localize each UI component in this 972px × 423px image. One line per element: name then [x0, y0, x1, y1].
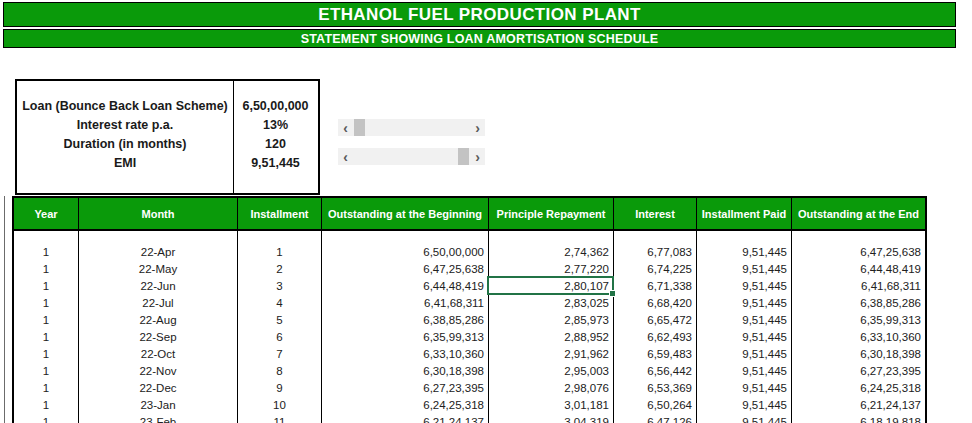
cell-installment-paid[interactable]: 9,51,445 — [697, 396, 792, 413]
cell-year[interactable]: 1 — [14, 311, 79, 328]
scroll-right-icon[interactable]: › — [470, 119, 485, 136]
cell-outstanding-end[interactable]: 6,47,25,638 — [792, 243, 925, 260]
interest-rate-scrollbar-track[interactable] — [353, 119, 470, 136]
cell-interest[interactable]: 6,53,369 — [614, 379, 697, 396]
cell-principle-repayment[interactable]: 2,88,952 — [489, 328, 614, 345]
cell-month[interactable]: 22-May — [79, 260, 238, 277]
header-interest[interactable]: Interest — [614, 198, 697, 229]
cell-principle-repayment[interactable]: 3,04,319 — [489, 413, 614, 423]
cell-installment-paid[interactable]: 9,51,445 — [697, 362, 792, 379]
cell-interest[interactable]: 6,65,472 — [614, 311, 697, 328]
cell-year[interactable]: 1 — [14, 345, 79, 362]
cell-outstanding-end[interactable]: 6,35,99,313 — [792, 311, 925, 328]
cell-installment[interactable]: 10 — [238, 396, 322, 413]
cell-month[interactable]: 22-Sep — [79, 328, 238, 345]
cell-month[interactable]: 23-Feb — [79, 413, 238, 423]
cell-principle-repayment[interactable]: 2,74,362 — [489, 243, 614, 260]
cell-outstanding-beginning[interactable]: 6,47,25,638 — [322, 260, 489, 277]
cell-principle-repayment[interactable]: 2,95,003 — [489, 362, 614, 379]
cell-year[interactable]: 1 — [14, 362, 79, 379]
empty-cell[interactable] — [489, 231, 614, 243]
cell-outstanding-beginning[interactable]: 6,27,23,395 — [322, 379, 489, 396]
interest-rate-scrollbar-thumb[interactable] — [354, 119, 365, 136]
cell-outstanding-end[interactable]: 6,21,24,137 — [792, 396, 925, 413]
cell-installment-paid[interactable]: 9,51,445 — [697, 311, 792, 328]
interest-rate-value[interactable]: 13% — [233, 118, 318, 132]
empty-cell[interactable] — [792, 231, 925, 243]
cell-installment-paid[interactable]: 9,51,445 — [697, 413, 792, 423]
cell-month[interactable]: 22-Oct — [79, 345, 238, 362]
cell-year[interactable]: 1 — [14, 277, 79, 294]
cell-outstanding-beginning[interactable]: 6,41,68,311 — [322, 294, 489, 311]
header-year[interactable]: Year — [14, 198, 79, 229]
duration-scrollbar-thumb[interactable] — [458, 148, 469, 165]
empty-cell[interactable] — [14, 231, 79, 243]
cell-principle-repayment[interactable]: 2,77,220 — [489, 260, 614, 277]
cell-year[interactable]: 1 — [14, 379, 79, 396]
cell-installment-paid[interactable]: 9,51,445 — [697, 243, 792, 260]
scroll-left-icon[interactable]: ‹ — [338, 148, 353, 165]
cell-month[interactable]: 22-Jun — [79, 277, 238, 294]
empty-cell[interactable] — [322, 231, 489, 243]
header-month[interactable]: Month — [79, 198, 238, 229]
cell-month[interactable]: 22-Jul — [79, 294, 238, 311]
cell-month[interactable]: 22-Aug — [79, 311, 238, 328]
cell-outstanding-beginning[interactable]: 6,35,99,313 — [322, 328, 489, 345]
cell-installment-paid[interactable]: 9,51,445 — [697, 294, 792, 311]
fill-handle[interactable] — [609, 290, 616, 297]
cell-interest[interactable]: 6,59,483 — [614, 345, 697, 362]
cell-outstanding-end[interactable]: 6,27,23,395 — [792, 362, 925, 379]
cell-outstanding-beginning[interactable]: 6,44,48,419 — [322, 277, 489, 294]
cell-outstanding-beginning[interactable]: 6,50,00,000 — [322, 243, 489, 260]
cell-interest[interactable]: 6,62,493 — [614, 328, 697, 345]
cell-installment-paid[interactable]: 9,51,445 — [697, 379, 792, 396]
cell-interest[interactable]: 6,56,442 — [614, 362, 697, 379]
cell-year[interactable]: 1 — [14, 260, 79, 277]
cell-outstanding-beginning[interactable]: 6,30,18,398 — [322, 362, 489, 379]
cell-month[interactable]: 23-Jan — [79, 396, 238, 413]
cell-outstanding-end[interactable]: 6,18,19,818 — [792, 413, 925, 423]
header-installment[interactable]: Installment — [238, 198, 322, 229]
header-outstanding-end[interactable]: Outstanding at the End — [792, 198, 925, 229]
cell-outstanding-end[interactable]: 6,44,48,419 — [792, 260, 925, 277]
cell-principle-repayment[interactable]: 2,91,962 — [489, 345, 614, 362]
cell-installment-paid[interactable]: 9,51,445 — [697, 277, 792, 294]
cell-outstanding-end[interactable]: 6,30,18,398 — [792, 345, 925, 362]
loan-amount-value[interactable]: 6,50,00,000 — [233, 99, 318, 113]
cell-outstanding-beginning[interactable]: 6,24,25,318 — [322, 396, 489, 413]
empty-cell[interactable] — [614, 231, 697, 243]
header-principle-repayment[interactable]: Principle Repayment — [489, 198, 614, 229]
cell-month[interactable]: 22-Nov — [79, 362, 238, 379]
cell-installment[interactable]: 11 — [238, 413, 322, 423]
cell-outstanding-end[interactable]: 6,33,10,360 — [792, 328, 925, 345]
cell-month[interactable]: 22-Dec — [79, 379, 238, 396]
cell-year[interactable]: 1 — [14, 328, 79, 345]
duration-scrollbar[interactable]: ‹ › — [338, 148, 485, 165]
cell-interest[interactable]: 6,71,338 — [614, 277, 697, 294]
cell-year[interactable]: 1 — [14, 396, 79, 413]
cell-principle-repayment[interactable]: 2,98,076 — [489, 379, 614, 396]
duration-scrollbar-track[interactable] — [353, 148, 470, 165]
header-installment-paid[interactable]: Installment Paid — [697, 198, 792, 229]
cell-year[interactable]: 1 — [14, 294, 79, 311]
cell-outstanding-beginning[interactable]: 6,21,24,137 — [322, 413, 489, 423]
cell-interest[interactable]: 6,74,225 — [614, 260, 697, 277]
cell-principle-repayment[interactable]: 2,83,025 — [489, 294, 614, 311]
cell-interest[interactable]: 6,68,420 — [614, 294, 697, 311]
cell-outstanding-beginning[interactable]: 6,33,10,360 — [322, 345, 489, 362]
cell-installment[interactable]: 2 — [238, 260, 322, 277]
duration-value[interactable]: 120 — [233, 137, 318, 151]
cell-outstanding-end[interactable]: 6,24,25,318 — [792, 379, 925, 396]
cell-installment[interactable]: 4 — [238, 294, 322, 311]
cell-principle-repayment[interactable]: 2,85,973 — [489, 311, 614, 328]
cell-installment[interactable]: 6 — [238, 328, 322, 345]
cell-interest[interactable]: 6,50,264 — [614, 396, 697, 413]
cell-outstanding-end[interactable]: 6,41,68,311 — [792, 277, 925, 294]
scroll-left-icon[interactable]: ‹ — [338, 119, 353, 136]
cell-year[interactable]: 1 — [14, 413, 79, 423]
cell-installment-paid[interactable]: 9,51,445 — [697, 345, 792, 362]
cell-installment[interactable]: 7 — [238, 345, 322, 362]
cell-year[interactable]: 1 — [14, 243, 79, 260]
cell-installment[interactable]: 9 — [238, 379, 322, 396]
empty-cell[interactable] — [697, 231, 792, 243]
